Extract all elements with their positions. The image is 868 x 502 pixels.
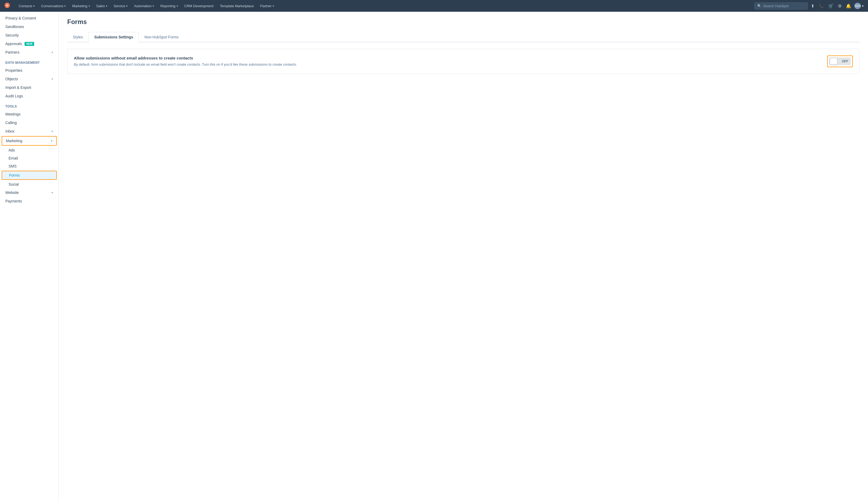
nav-reporting[interactable]: Reporting ▾ <box>157 0 181 12</box>
nav-right: 🔍 ⬆ 📞 🛒 ⚙ 🔔 XEN ▾ <box>754 2 864 10</box>
sidebar: Privacy & Consent Sandboxes Security App… <box>0 12 59 502</box>
toggle-label: OFF <box>842 60 848 63</box>
setting-description: By default, form submissions that don't … <box>74 62 821 67</box>
sidebar-item-marketing[interactable]: Marketing ▾ <box>2 136 57 146</box>
search-box[interactable]: 🔍 <box>754 2 808 10</box>
marketplace-icon[interactable]: 🛒 <box>827 2 835 10</box>
data-management-section: Data Management <box>0 57 59 66</box>
sidebar-item-partners[interactable]: Partners ▾ <box>0 48 59 57</box>
nav-crm-development[interactable]: CRM Development <box>181 0 217 12</box>
sidebar-item-approvals[interactable]: Approvals NEW <box>0 40 59 48</box>
chevron-down-icon: ▾ <box>106 4 107 8</box>
user-menu[interactable]: XEN ▾ <box>855 3 864 9</box>
page-title: Forms <box>67 18 859 25</box>
toggle-knob <box>830 58 837 65</box>
sidebar-item-ads[interactable]: Ads <box>0 146 59 154</box>
nav-marketing[interactable]: Marketing ▾ <box>69 0 93 12</box>
sidebar-item-properties[interactable]: Properties <box>0 66 59 75</box>
main-content: Forms Styles Submissions Settings Non-Hu… <box>59 12 868 502</box>
sidebar-item-website[interactable]: Website ▾ <box>0 188 59 197</box>
top-nav: Contacts ▾ Conversations ▾ Marketing ▾ S… <box>0 0 868 12</box>
sidebar-item-privacy[interactable]: Privacy & Consent <box>0 14 59 22</box>
sidebar-item-audit-logs[interactable]: Audit Logs <box>0 92 59 100</box>
sidebar-item-import-export[interactable]: Import & Export <box>0 83 59 92</box>
nav-service[interactable]: Service ▾ <box>111 0 131 12</box>
nav-template-marketplace[interactable]: Template Marketplace <box>217 0 257 12</box>
search-input[interactable] <box>763 4 805 8</box>
chevron-down-icon: ▾ <box>51 130 53 133</box>
upgrade-icon[interactable]: ⬆ <box>810 2 815 10</box>
tabs-container: Styles Submissions Settings Non-HubSpot … <box>67 32 859 42</box>
call-icon[interactable]: 📞 <box>818 2 825 10</box>
nav-automation[interactable]: Automation ▾ <box>131 0 157 12</box>
nav-left: Contacts ▾ Conversations ▾ Marketing ▾ S… <box>4 0 277 12</box>
sidebar-item-forms[interactable]: Forms <box>2 171 57 180</box>
sidebar-item-security[interactable]: Security <box>0 31 59 40</box>
chevron-down-icon: ▾ <box>51 51 53 54</box>
chevron-down-icon: ▾ <box>64 4 66 8</box>
tools-section: Tools <box>0 100 59 110</box>
setting-title: Allow submissions without email addresse… <box>74 56 821 60</box>
chevron-down-icon: ▾ <box>51 139 53 143</box>
sidebar-item-objects[interactable]: Objects ▾ <box>0 75 59 83</box>
sidebar-item-inbox[interactable]: Inbox ▾ <box>0 127 59 135</box>
tab-styles[interactable]: Styles <box>67 32 89 42</box>
settings-icon[interactable]: ⚙ <box>837 2 843 10</box>
toggle-switch[interactable]: OFF <box>829 58 851 65</box>
nav-contacts[interactable]: Contacts ▾ <box>16 0 38 12</box>
nav-partner[interactable]: Partner ▾ <box>257 0 277 12</box>
nav-conversations[interactable]: Conversations ▾ <box>38 0 69 12</box>
sidebar-item-sms[interactable]: SMS <box>0 162 59 170</box>
chevron-down-icon: ▾ <box>153 4 154 8</box>
chevron-down-icon: ▾ <box>51 191 53 194</box>
svg-point-1 <box>7 5 8 6</box>
toggle-wrapper[interactable]: OFF <box>827 55 853 67</box>
setting-row: Allow submissions without email addresse… <box>67 49 859 74</box>
notifications-icon[interactable]: 🔔 <box>845 2 852 10</box>
sidebar-item-payments[interactable]: Payments <box>0 197 59 205</box>
sidebar-item-calling[interactable]: Calling <box>0 119 59 127</box>
new-badge: NEW <box>24 42 34 46</box>
chevron-down-icon: ▾ <box>89 4 90 8</box>
nav-sales[interactable]: Sales ▾ <box>93 0 111 12</box>
chevron-down-icon: ▾ <box>33 4 35 8</box>
chevron-down-icon: ▾ <box>272 4 274 8</box>
sidebar-item-social[interactable]: Social <box>0 180 59 188</box>
chevron-down-icon: ▾ <box>126 4 127 8</box>
chevron-down-icon: ▾ <box>51 78 53 81</box>
tab-non-hubspot-forms[interactable]: Non-HubSpot Forms <box>139 32 184 42</box>
sidebar-item-meetings[interactable]: Meetings <box>0 110 59 119</box>
search-icon: 🔍 <box>757 4 762 8</box>
layout: Privacy & Consent Sandboxes Security App… <box>0 12 868 502</box>
chevron-down-icon: ▾ <box>177 4 178 8</box>
tab-submissions-settings[interactable]: Submissions Settings <box>89 32 139 42</box>
setting-text: Allow submissions without email addresse… <box>74 56 821 67</box>
sidebar-item-email[interactable]: Email <box>0 154 59 162</box>
sidebar-item-sandboxes[interactable]: Sandboxes <box>0 22 59 31</box>
avatar: XEN <box>855 3 861 9</box>
hubspot-logo[interactable] <box>4 2 10 10</box>
chevron-down-icon: ▾ <box>862 4 864 8</box>
